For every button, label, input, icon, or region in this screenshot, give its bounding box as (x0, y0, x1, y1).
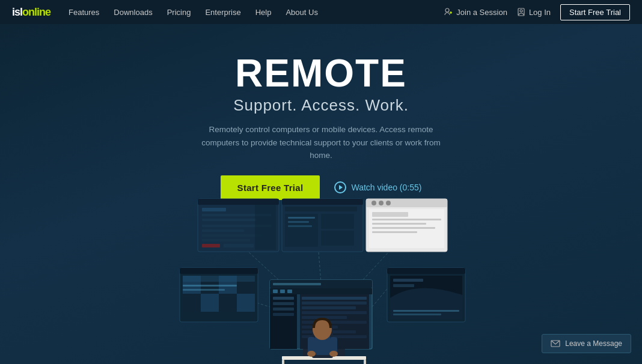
svg-rect-86 (364, 360, 366, 364)
login-button[interactable]: Log In (517, 8, 551, 17)
svg-rect-39 (372, 231, 417, 233)
navbar: islonline Features Downloads Pricing Ent… (0, 0, 642, 24)
svg-rect-57 (273, 290, 278, 293)
watch-video-button[interactable]: Watch video (0:55) (334, 181, 421, 193)
svg-rect-81 (393, 284, 414, 287)
svg-rect-47 (219, 294, 237, 312)
svg-rect-45 (183, 294, 201, 312)
svg-point-94 (329, 351, 338, 357)
nav-downloads[interactable]: Downloads (114, 8, 152, 17)
leave-message-button[interactable]: Leave a Message (542, 334, 631, 353)
nav-links: Features Downloads Pricing Enterprise He… (69, 8, 444, 17)
start-trial-nav-button[interactable]: Start Free Trial (560, 4, 630, 20)
hero-section: REMOTE Support. Access. Work. Remotely c… (0, 24, 642, 364)
svg-rect-36 (372, 219, 441, 220)
hero-title: REMOTE (235, 54, 407, 93)
svg-rect-17 (202, 244, 220, 247)
svg-rect-51 (183, 285, 237, 287)
svg-rect-25 (321, 231, 354, 246)
join-session-label: Join a Session (456, 8, 507, 17)
svg-rect-64 (273, 313, 294, 316)
svg-rect-41 (180, 268, 258, 274)
svg-rect-10 (202, 208, 226, 211)
svg-rect-68 (302, 306, 356, 309)
nav-help[interactable]: Help (255, 8, 272, 17)
svg-point-33 (386, 201, 391, 205)
svg-rect-85 (282, 360, 284, 364)
svg-rect-18 (224, 244, 254, 247)
login-label: Log In (529, 8, 551, 17)
svg-rect-58 (280, 290, 285, 293)
svg-point-93 (307, 351, 316, 357)
svg-rect-24 (321, 214, 354, 229)
svg-rect-22 (285, 207, 357, 211)
svg-rect-78 (387, 268, 465, 274)
play-icon (334, 181, 346, 193)
svg-rect-15 (202, 234, 262, 237)
logo-online: online (22, 6, 50, 19)
svg-rect-55 (273, 283, 321, 285)
svg-rect-37 (372, 223, 426, 225)
logo[interactable]: islonline (12, 6, 50, 19)
svg-point-31 (371, 201, 376, 205)
svg-rect-67 (302, 302, 367, 305)
svg-point-32 (379, 201, 384, 205)
leave-message-label: Leave a Message (565, 339, 622, 348)
svg-rect-14 (202, 229, 244, 232)
svg-rect-83 (393, 314, 441, 315)
svg-rect-49 (237, 294, 255, 312)
svg-point-0 (445, 8, 449, 12)
svg-rect-69 (302, 311, 367, 314)
svg-rect-35 (372, 212, 408, 217)
svg-rect-19 (255, 205, 276, 250)
nav-about[interactable]: About Us (286, 8, 317, 17)
svg-line-7 (372, 289, 387, 307)
hero-subtitle: Support. Access. Work. (233, 96, 409, 115)
svg-rect-12 (202, 219, 256, 221)
logo-isl: isl (12, 6, 22, 19)
svg-rect-61 (273, 297, 294, 300)
svg-rect-16 (202, 239, 250, 241)
nav-enterprise[interactable]: Enterprise (205, 8, 240, 17)
svg-rect-80 (393, 279, 423, 282)
hero-illustration (165, 196, 477, 364)
svg-rect-50 (183, 276, 255, 282)
nav-features[interactable]: Features (69, 8, 99, 17)
envelope-icon (551, 340, 560, 347)
svg-rect-66 (302, 297, 367, 300)
watch-video-label: Watch video (0:55) (351, 183, 421, 192)
nav-pricing[interactable]: Pricing (167, 8, 191, 17)
svg-rect-52 (183, 289, 225, 291)
svg-rect-23 (285, 214, 318, 247)
svg-rect-71 (302, 321, 367, 324)
svg-rect-27 (288, 221, 309, 223)
svg-rect-82 (393, 310, 459, 312)
svg-rect-46 (201, 294, 219, 312)
login-icon (517, 8, 525, 16)
svg-rect-63 (273, 308, 294, 311)
nav-right: Join a Session Log In Start Free Trial (444, 4, 630, 20)
svg-rect-62 (273, 302, 294, 305)
join-icon (444, 8, 453, 16)
svg-rect-30 (366, 199, 447, 207)
join-session-button[interactable]: Join a Session (444, 8, 507, 17)
svg-rect-9 (198, 199, 279, 205)
svg-rect-59 (287, 290, 292, 293)
svg-rect-28 (288, 225, 312, 227)
svg-rect-38 (372, 227, 435, 229)
svg-rect-21 (282, 199, 363, 205)
svg-point-2 (520, 10, 522, 12)
svg-rect-26 (288, 217, 315, 219)
illustration-svg (165, 196, 477, 364)
hero-description: Remotely control computers or mobile dev… (195, 123, 447, 162)
svg-rect-56 (270, 288, 372, 294)
